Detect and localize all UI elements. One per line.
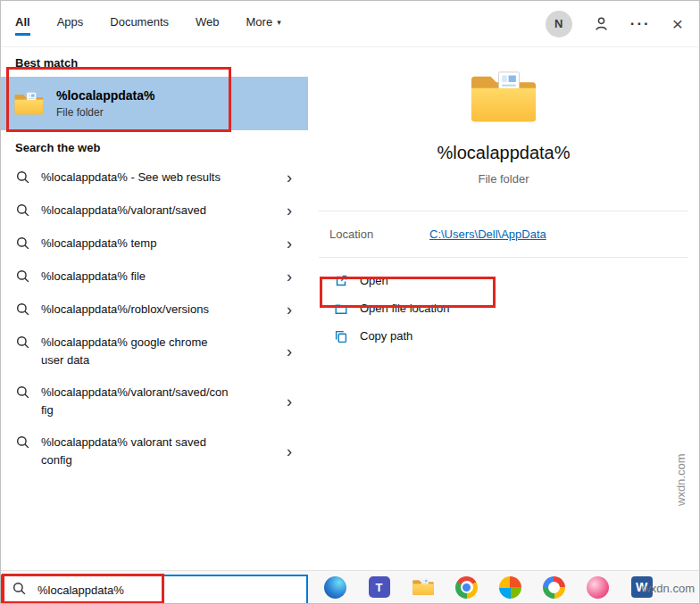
windows-search-overlay: All Apps Documents Web More ▾ N ··· × Be… [0,0,700,604]
chevron-right-icon[interactable]: › [287,202,297,220]
chevron-right-icon[interactable]: › [287,443,297,461]
location-row: Location C:\Users\Dell\AppData [308,211,699,257]
folder-icon-large [469,70,538,125]
open-file-location-icon [334,302,348,316]
tab-web[interactable]: Web [196,1,220,33]
taskbar-chrome-button[interactable] [445,576,488,599]
location-label: Location [329,228,429,241]
best-match-subtitle: File folder [56,106,154,119]
word-icon: W [631,576,653,598]
taskbar-edge-button[interactable] [313,576,357,599]
taskbar-pink-app-button[interactable] [576,576,620,599]
preview-pane: %localappdata% File folder Location C:\U… [308,47,699,572]
tab-apps-label: Apps [57,15,84,29]
tab-all[interactable]: All [15,1,30,36]
search-suggestion[interactable]: %localappdata% - See web results › [1,161,308,194]
open-button[interactable]: Open [308,267,699,294]
pink-app-icon [587,576,609,599]
chrome-icon [455,576,478,599]
suggestion-label: %localappdata% - See web results [41,169,229,186]
suggestion-label: %localappdata%/roblox/versions [41,301,229,319]
suggestion-label: %localappdata% valorant saved config [41,434,229,469]
copy-path-button[interactable]: Copy path [308,322,699,350]
search-suggestion[interactable]: %localappdata%/valorant/saved › [1,194,308,228]
chevron-right-icon[interactable]: › [287,343,297,361]
open-file-location-label: Open file location [360,302,449,315]
preview-subtitle: File folder [308,172,699,186]
chevron-right-icon[interactable]: › [287,169,297,187]
best-match-title: %localappdata% [56,88,154,103]
search-suggestion[interactable]: %localappdata% temp › [1,228,308,261]
taskbar-word-button[interactable]: W [620,576,663,599]
search-icon [16,335,29,352]
taskbar-google-app-button[interactable] [532,576,576,599]
search-suggestion[interactable]: %localappdata% google chrome user data › [1,327,308,376]
taskbar-icons: T W [313,576,663,599]
search-box[interactable] [1,575,308,604]
suggestion-label: %localappdata% google chrome user data [41,334,229,369]
avatar-letter: N [554,17,562,30]
tab-all-label: All [15,15,30,29]
close-icon[interactable]: × [672,14,683,33]
search-input[interactable] [36,583,296,598]
preview-header: %localappdata% File folder [308,70,699,186]
search-results-area: Best match %localappdata% File folder Se… [1,47,699,572]
preview-actions: Open Open file location Copy path [308,267,699,350]
copy-path-label: Copy path [360,329,412,343]
tab-more[interactable]: More ▾ [246,1,281,33]
filter-tabs: All Apps Documents Web More ▾ [1,1,281,46]
best-match-text: %localappdata% File folder [56,88,154,119]
pinwheel-app-icon [499,576,521,599]
teams-icon: T [369,576,390,598]
chevron-down-icon: ▾ [277,18,281,27]
folder-icon [13,92,45,116]
more-options-icon[interactable]: ··· [630,15,651,33]
tab-documents[interactable]: Documents [110,1,169,33]
tab-apps[interactable]: Apps [57,1,84,33]
search-icon [16,170,29,187]
tab-more-label: More [246,15,273,29]
best-match-item[interactable]: %localappdata% File folder [1,77,308,130]
best-match-header: Best match [1,47,308,77]
taskbar-file-explorer-button[interactable] [401,576,445,599]
chevron-right-icon[interactable]: › [287,301,297,319]
file-explorer-icon [412,578,435,596]
search-icon [16,203,29,220]
taskbar-app-button[interactable] [488,576,532,599]
divider [319,257,688,258]
search-icon [12,582,26,599]
search-suggestion[interactable]: %localappdata%/roblox/versions › [1,294,308,327]
search-filter-bar: All Apps Documents Web More ▾ N ··· × [1,1,699,47]
location-link[interactable]: C:\Users\Dell\AppData [429,228,546,241]
avatar[interactable]: N [546,11,572,37]
suggestion-label: %localappdata% temp [41,235,229,252]
edge-icon [324,576,346,599]
copy-path-icon [334,329,348,343]
open-file-location-button[interactable]: Open file location [308,294,699,322]
search-suggestion[interactable]: %localappdata% valorant saved config › [1,426,308,476]
chevron-right-icon[interactable]: › [287,235,297,253]
tab-web-label: Web [196,15,220,29]
search-icon [16,302,29,319]
suggestion-label: %localappdata%/valorant/saved/config [41,384,229,419]
search-icon [16,435,29,452]
search-icon [16,269,29,286]
open-label: Open [360,274,388,287]
taskbar-teams-button[interactable]: T [357,576,401,599]
topbar-actions: N ··· × [546,1,699,46]
search-icon [16,385,29,402]
suggestion-label: %localappdata% file [41,268,229,285]
results-list-pane: Best match %localappdata% File folder Se… [1,47,308,572]
search-suggestion[interactable]: %localappdata% file › [1,261,308,294]
search-suggestion[interactable]: %localappdata%/valorant/saved/config › [1,376,308,426]
tab-documents-label: Documents [110,15,169,29]
chevron-right-icon[interactable]: › [287,268,297,286]
preview-title: %localappdata% [308,143,699,163]
open-icon [334,274,348,288]
user-account-icon[interactable] [594,16,609,31]
suggestion-label: %localappdata%/valorant/saved [41,202,229,219]
search-the-web-header: Search the web [1,130,308,161]
chevron-right-icon[interactable]: › [287,393,297,411]
search-icon [16,236,29,253]
google-ring-icon [543,576,565,599]
